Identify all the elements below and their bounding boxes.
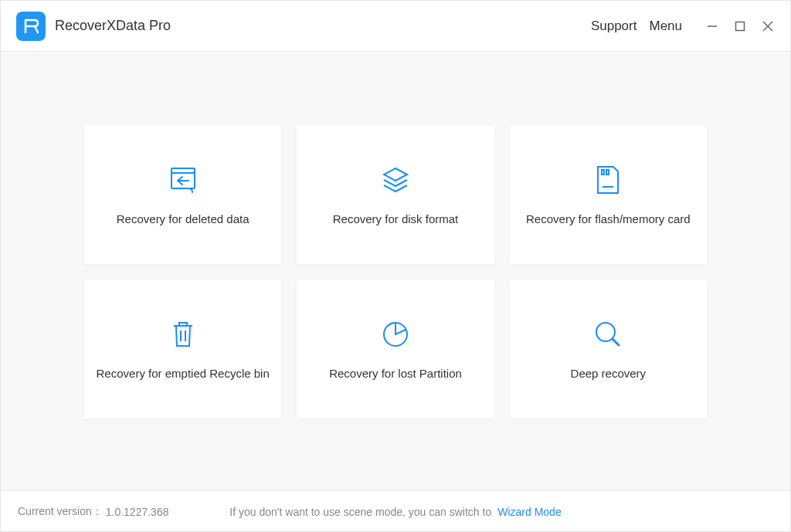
- svg-rect-7: [606, 170, 609, 175]
- recovery-options-grid: Recovery for deleted data Recovery for d…: [84, 125, 707, 418]
- svg-rect-1: [736, 22, 745, 30]
- titlebar-right: Support Menu: [591, 19, 775, 34]
- card-deep-recovery[interactable]: Deep recovery: [510, 280, 707, 418]
- card-label: Recovery for emptied Recycle bin: [97, 367, 270, 380]
- lost-partition-icon: [380, 319, 411, 350]
- svg-rect-4: [171, 168, 195, 188]
- card-label: Deep recovery: [571, 367, 647, 380]
- maximize-button[interactable]: [733, 19, 747, 33]
- app-logo: [16, 12, 46, 41]
- support-link[interactable]: Support: [591, 19, 637, 34]
- deep-recovery-icon: [592, 319, 623, 350]
- wizard-mode-link[interactable]: Wizard Mode: [497, 506, 561, 518]
- flash-memory-icon: [593, 164, 623, 195]
- svg-line-13: [613, 339, 619, 345]
- card-label: Recovery for disk format: [333, 212, 459, 225]
- app-title: RecoverXData Pro: [55, 18, 171, 34]
- deleted-data-icon: [167, 164, 199, 195]
- card-deleted-data[interactable]: Recovery for deleted data: [84, 125, 281, 264]
- recycle-bin-icon: [168, 319, 199, 350]
- minimize-button[interactable]: [705, 19, 719, 33]
- main-area: Recovery for deleted data Recovery for d…: [1, 52, 790, 490]
- svg-rect-6: [602, 170, 604, 175]
- card-label: Recovery for flash/memory card: [526, 212, 691, 225]
- card-lost-partition[interactable]: Recovery for lost Partition: [297, 280, 494, 418]
- disk-format-icon: [379, 164, 412, 195]
- version-label: Current version：: [18, 505, 103, 519]
- card-label: Recovery for lost Partition: [329, 367, 462, 380]
- window-controls: [705, 19, 775, 33]
- close-button[interactable]: [761, 19, 775, 33]
- card-label: Recovery for deleted data: [117, 212, 250, 225]
- footer-center: If you don't want to use scene mode, you…: [229, 506, 561, 518]
- mode-hint: If you don't want to use scene mode, you…: [229, 506, 491, 518]
- card-recycle-bin[interactable]: Recovery for emptied Recycle bin: [84, 280, 281, 418]
- logo-icon: [22, 17, 40, 36]
- menu-link[interactable]: Menu: [649, 19, 682, 34]
- titlebar: RecoverXData Pro Support Menu: [1, 1, 790, 52]
- minimize-icon: [707, 21, 718, 32]
- close-icon: [762, 21, 773, 32]
- maximize-icon: [735, 21, 745, 32]
- footer: Current version： 1.0.1227.368 If you don…: [1, 490, 790, 532]
- version-value: 1.0.1227.368: [106, 506, 169, 518]
- card-flash-memory[interactable]: Recovery for flash/memory card: [510, 125, 707, 264]
- card-disk-format[interactable]: Recovery for disk format: [297, 125, 494, 264]
